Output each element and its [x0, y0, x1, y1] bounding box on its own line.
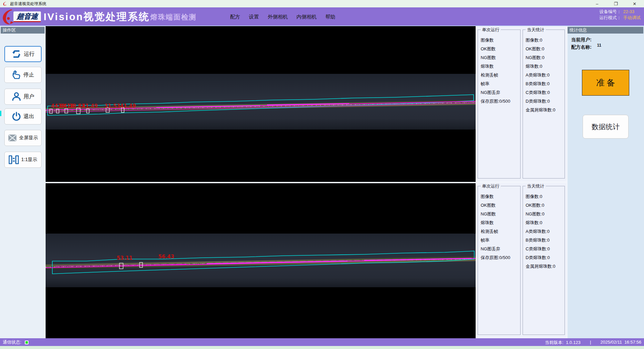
stat-item: 熔珠数:0 — [526, 62, 565, 71]
status-time: 16:57:56 — [624, 340, 641, 345]
brand-logo: 超音速 — [13, 11, 41, 22]
single-run-groupbox: 单次运行 图像数OK图数NG图数熔珠数检测丢帧帧率NG图丢弃保存原图:0/500 — [478, 30, 521, 179]
desktop-edge — [0, 346, 644, 349]
single-run-list: 图像数OK图数NG图数熔珠数检测丢帧帧率NG图丢弃保存原图:0/500 — [478, 186, 520, 262]
one-to-one-button-label: 1:1显示 — [21, 157, 37, 163]
device-number-label: 设备编号： — [599, 9, 621, 14]
info-panel-title: 统计信息 — [568, 27, 643, 34]
run-button[interactable]: 运行 — [4, 46, 42, 62]
run-mode-label: 运行模式： — [599, 15, 621, 20]
user-button[interactable]: 用户 — [4, 89, 42, 105]
ready-button[interactable]: 准 备 — [582, 70, 629, 96]
stat-item: 图像数:0 — [526, 36, 565, 45]
app-logo-icon — [3, 1, 7, 6]
stat-item: OK图数 — [481, 201, 520, 210]
data-statistics-button[interactable]: 数据统计 — [583, 115, 629, 139]
overlay-artifact — [0, 111, 1, 116]
stat-item: 图像数 — [481, 36, 520, 45]
stat-item: NG图数:0 — [526, 53, 565, 62]
status-date: 2025/02/11 — [600, 340, 622, 345]
stat-item: 金属屑熔珠数:0 — [526, 262, 565, 271]
single-run-groupbox: 单次运行 图像数OK图数NG图数熔珠数检测丢帧帧率NG图丢弃保存原图:0/500 — [478, 186, 521, 335]
stat-item: B类熔珠数:0 — [526, 80, 565, 88]
one-to-one-button[interactable]: 1:1显示 — [4, 152, 42, 168]
single-run-title: 单次运行 — [481, 27, 501, 33]
user-button-label: 用户 — [23, 93, 34, 100]
status-separator: | — [590, 340, 591, 346]
daily-stats-list: 图像数:0OK图数:0NG图数:0熔珠数:0A类熔珠数:0B类熔珠数:0C类熔珠… — [523, 186, 565, 271]
menu-settings[interactable]: 设置 — [249, 14, 259, 20]
daily-stats-groupbox: 当天统计 图像数:0OK图数:0NG图数:0熔珠数:0A类熔珠数:0B类熔珠数:… — [523, 30, 565, 179]
run-button-label: 运行 — [24, 51, 35, 58]
camera-display-area: 44.9439.1839.8341.4931.5341.49 — [46, 26, 476, 338]
stat-item: NG图数 — [481, 53, 520, 62]
inner-camera-view: 53.1156.43 — [46, 183, 476, 338]
menu-outer-camera[interactable]: 外侧相机 — [268, 14, 288, 20]
fullscreen-button-label: 全屏显示 — [19, 135, 38, 141]
stat-item: OK图数:0 — [526, 201, 565, 210]
stat-item: A类熔珠数:0 — [526, 227, 565, 236]
exit-button[interactable]: 退出 — [4, 108, 42, 124]
statistics-info-panel: 统计信息 当前用户: 配方名称: 11 准 备 数据统计 — [568, 26, 644, 338]
daily-stats-title: 当天统计 — [526, 27, 546, 33]
device-number-value: 22-33 — [623, 9, 634, 14]
single-run-title: 单次运行 — [481, 183, 501, 189]
stat-item: NG图数 — [481, 210, 520, 218]
sidebar-title: 操作区 — [1, 27, 45, 34]
menu-help[interactable]: 帮助 — [325, 14, 335, 20]
stat-item: D类熔珠数:0 — [526, 253, 565, 262]
stat-item: 熔珠数 — [481, 218, 520, 227]
minimize-button[interactable]: – — [588, 0, 606, 7]
stat-item: 金属屑熔珠数:0 — [526, 106, 565, 114]
sync-arrows-icon — [11, 50, 21, 58]
restore-button[interactable]: ❐ — [606, 0, 625, 7]
stat-item: NG图丢弃 — [481, 245, 520, 253]
app-header: 超音速 IVision视觉处理系统 熔珠端面检测 配方 设置 外侧相机 内侧相机… — [0, 7, 644, 26]
exit-button-label: 退出 — [23, 113, 34, 120]
svg-text:56.43: 56.43 — [158, 254, 174, 260]
current-user-label: 当前用户: — [571, 37, 592, 43]
user-icon — [12, 92, 21, 101]
fullscreen-button[interactable]: 全屏显示 — [4, 130, 42, 146]
stat-item: 检测丢帧 — [481, 71, 520, 80]
one-to-one-icon — [9, 155, 19, 164]
daily-stats-title: 当天统计 — [526, 183, 546, 189]
stat-item: B类熔珠数:0 — [526, 236, 565, 245]
app-subtitle: 熔珠端面检测 — [150, 12, 197, 22]
operation-sidebar: 操作区 运行 停止 用户 — [0, 26, 46, 338]
stat-item: A类熔珠数:0 — [526, 71, 565, 80]
statistics-column: 单次运行 图像数OK图数NG图数熔珠数检测丢帧帧率NG图丢弃保存原图:0/500… — [477, 26, 566, 338]
status-bar: 通信状态: 当前版本: 1.0.123 | 2025/02/11 16:57:5… — [0, 338, 644, 346]
comm-status-indicator — [25, 341, 29, 344]
stat-item: 熔珠数 — [481, 62, 520, 71]
measurement-labels: 44.9439.1839.8341.4931.5341.49 — [51, 103, 136, 109]
fullscreen-icon — [8, 134, 17, 142]
svg-text:31.53: 31.53 — [104, 103, 120, 109]
stat-item: 保存原图:0/500 — [481, 253, 520, 262]
stat-item: 图像数 — [481, 192, 520, 201]
stat-item: 检测丢帧 — [481, 227, 520, 236]
single-run-list: 图像数OK图数NG图数熔珠数检测丢帧帧率NG图丢弃保存原图:0/500 — [478, 30, 520, 106]
main-area: 操作区 运行 停止 用户 — [0, 26, 644, 338]
inner-camera-stats-panel: 单次运行 图像数OK图数NG图数熔珠数检测丢帧帧率NG图丢弃保存原图:0/500… — [477, 183, 566, 338]
stop-button[interactable]: 停止 — [4, 67, 42, 83]
power-icon — [12, 112, 21, 121]
outer-camera-view: 44.9439.1839.8341.4931.5341.49 — [46, 26, 476, 182]
run-mode-value: 手动调试 — [623, 15, 641, 20]
stat-item: 熔珠数:0 — [526, 218, 565, 227]
recipe-name-value: 11 — [597, 43, 601, 48]
outer-camera-stats-panel: 单次运行 图像数OK图数NG图数熔珠数检测丢帧帧率NG图丢弃保存原图:0/500… — [477, 27, 566, 181]
stat-item: 图像数:0 — [526, 192, 565, 201]
menu-inner-camera[interactable]: 内侧相机 — [297, 14, 317, 20]
stat-item: 帧率 — [481, 236, 520, 245]
stat-item: NG图丢弃 — [481, 88, 520, 97]
menu-recipe[interactable]: 配方 — [230, 14, 240, 20]
stat-item: C类熔珠数:0 — [526, 245, 565, 253]
device-info: 设备编号：22-33 运行模式：手动调试 — [599, 9, 641, 21]
stat-item: OK图数 — [481, 45, 520, 53]
main-menu: 配方 设置 外侧相机 内侧相机 帮助 — [230, 7, 335, 26]
svg-text:53.11: 53.11 — [117, 255, 132, 261]
stat-item: 帧率 — [481, 80, 520, 88]
svg-text:41.49: 41.49 — [82, 103, 98, 109]
close-button[interactable]: ✕ — [625, 0, 644, 7]
